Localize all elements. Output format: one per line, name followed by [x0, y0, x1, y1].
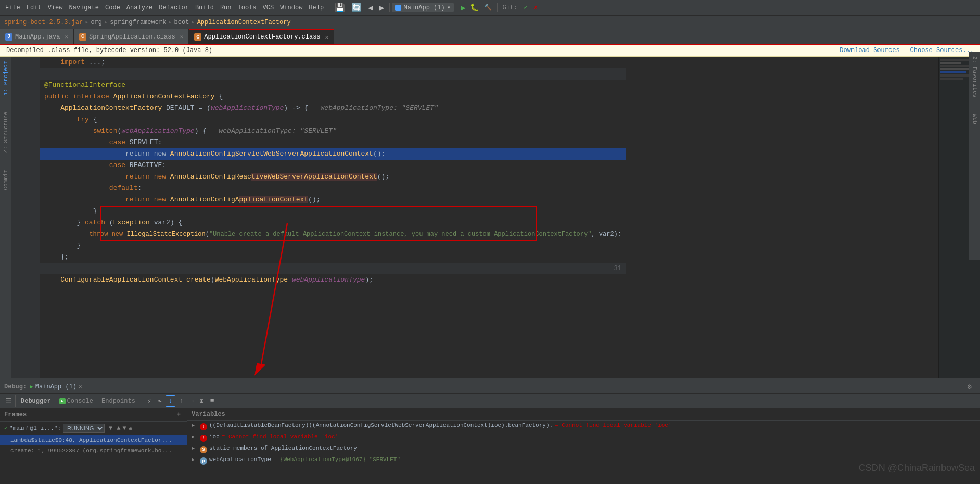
debug-step-out-btn[interactable]: ↑	[176, 396, 186, 406]
tab-springapplication[interactable]: C SpringApplication.class ✕	[74, 29, 189, 44]
app-selector[interactable]: MainApp (1) ▾	[392, 3, 453, 12]
menu-view[interactable]: View	[45, 3, 66, 12]
line-content-19: switch(webApplicationType) { webApplicat…	[40, 125, 341, 137]
toolbar-separator-1	[329, 3, 329, 12]
menu-run[interactable]: Run	[217, 3, 235, 12]
breadcrumb-org[interactable]: org	[91, 19, 102, 26]
menu-window[interactable]: Window	[277, 3, 306, 12]
run-button[interactable]: ▶	[459, 2, 468, 14]
menu-analyze[interactable]: Analyze	[123, 3, 156, 12]
debugger-tab[interactable]: Debugger	[17, 397, 55, 406]
line-content-32: ConfigurableApplicationContext create(We…	[40, 274, 377, 286]
minimap-highlighted-line	[940, 71, 966, 73]
menu-vcs[interactable]: VCS	[260, 3, 277, 12]
tab-close-spring[interactable]: ✕	[180, 33, 184, 40]
endpoints-tab[interactable]: Endpoints	[97, 397, 139, 406]
line-content-17: ApplicationContextFactory DEFAULT = (web…	[40, 103, 442, 114]
debug-button[interactable]: 🐛	[468, 2, 481, 13]
debug-panel-toggle[interactable]: ☰	[2, 395, 16, 407]
code-table: 8 import ...; 15 @FunctionalInterface 16	[11, 57, 938, 286]
favorites-panel-button[interactable]: 2: Favorites	[971, 54, 979, 99]
code-line-20: 20 case SERVLET:	[11, 137, 626, 148]
debug-session-name: MainApp (1)	[35, 383, 77, 390]
debug-step-into-btn[interactable]: ↓	[166, 395, 176, 407]
choose-sources-link[interactable]: Choose Sources...	[910, 47, 974, 54]
debug-run-to-cursor-btn[interactable]: →	[187, 396, 196, 406]
forward-button[interactable]: ▶	[376, 2, 388, 14]
tab-close-acf[interactable]: ✕	[325, 34, 329, 41]
git-cross-button[interactable]: ✗	[531, 3, 541, 12]
sync-button[interactable]: 🔄	[348, 2, 365, 14]
var-expand-2: ▶	[192, 434, 198, 440]
notification-bar: Decompiled .class file, bytecode version…	[0, 45, 980, 57]
frames-panel: Frames + ✓ "main"@1 i...": RUNNING ▼ ▲ ▼…	[0, 409, 187, 482]
app-dropdown-icon: ▾	[447, 4, 451, 11]
console-tab[interactable]: ▶ Console	[56, 397, 96, 406]
var-expand-3: ▶	[192, 445, 198, 451]
debug-label: Debug:	[4, 383, 27, 390]
frame-item-main[interactable]: ✓ "main"@1 i...": RUNNING ▼ ▲ ▼ ⊞	[0, 422, 187, 435]
tab-close-mainapp[interactable]: ✕	[65, 33, 68, 40]
menu-code[interactable]: Code	[102, 3, 123, 12]
code-scroll-area[interactable]: 8 import ...; 15 @FunctionalInterface 16	[11, 57, 938, 378]
tab-label-spring: SpringApplication.class	[89, 33, 175, 41]
gutter-31: 31	[11, 263, 626, 274]
back-button[interactable]: ◀	[365, 2, 376, 14]
save-all-button[interactable]: 💾	[332, 2, 348, 14]
frames-add-btn[interactable]: +	[175, 411, 183, 419]
debug-resume-btn[interactable]: ⚡	[145, 396, 154, 407]
frame-filter-btn[interactable]: ⊞	[129, 425, 132, 432]
code-line-27: 27 } catch (Exception var2) {	[11, 217, 626, 228]
code-line-29: 29 }	[11, 240, 626, 251]
breadcrumb-sep-4: ▸	[191, 18, 195, 26]
debug-settings-gear[interactable]: ⚙	[963, 382, 976, 391]
debug-step-over-btn[interactable]: ↷	[155, 396, 164, 407]
toolbar-separator-3	[456, 3, 456, 12]
download-sources-link[interactable]: Download Sources	[839, 47, 899, 54]
highlight-reactive: tiveWebServerApplicationContext	[251, 173, 377, 181]
project-panel-button[interactable]: 1: Project	[2, 59, 10, 97]
tab-appcontextfactory[interactable]: C ApplicationContextFactory.class ✕	[189, 29, 334, 44]
menu-help[interactable]: Help	[306, 3, 327, 12]
web-panel-button[interactable]: Web	[971, 112, 979, 126]
frame-up-btn[interactable]: ▲	[117, 425, 120, 432]
frame-status-running: ✓	[4, 425, 7, 431]
menu-edit[interactable]: Edit	[23, 3, 45, 12]
frame-thread-selector[interactable]: RUNNING	[63, 424, 105, 433]
frame-item-lambda[interactable]: lambda$static$0:48, ApplicationContextFa…	[0, 435, 187, 445]
line-content-28: throw new IllegalStateException("Unable …	[40, 228, 626, 240]
var-item-static[interactable]: ▶ S static members of ApplicationContext…	[187, 443, 980, 455]
menu-refactor[interactable]: Refactor	[156, 3, 192, 12]
var-expand-1: ▶	[192, 422, 198, 428]
git-label: Git:	[500, 3, 521, 12]
frame-expand-btn[interactable]: ▼	[107, 424, 114, 432]
code-line-15: 15 @FunctionalInterface	[11, 80, 626, 91]
build-button[interactable]: 🔨	[481, 3, 495, 12]
menu-file[interactable]: File	[2, 3, 23, 12]
debug-watches-btn[interactable]: ≡	[208, 396, 217, 406]
debug-evaluate-btn[interactable]: ⊞	[197, 396, 207, 407]
var-item-ioc[interactable]: ▶ ! ioc = Cannot find local variable 'io…	[187, 432, 980, 443]
line-content-26: }	[40, 206, 101, 217]
frame-down-btn[interactable]: ▼	[122, 425, 126, 432]
commit-panel-button[interactable]: Commit	[2, 168, 10, 193]
menu-build[interactable]: Build	[192, 3, 217, 12]
breadcrumb-springframework[interactable]: springframework	[110, 19, 166, 26]
var-expand-4: ▶	[192, 456, 198, 463]
tab-mainapp[interactable]: J MainApp.java ✕	[0, 29, 74, 44]
notification-text: Decompiled .class file, bytecode version…	[6, 47, 212, 54]
structure-panel-button[interactable]: Z: Structure	[2, 110, 10, 155]
breadcrumb-jar[interactable]: spring-boot-2.5.3.jar	[4, 19, 83, 26]
git-check-button[interactable]: ✓	[520, 3, 530, 12]
var-item-beanfactory[interactable]: ▶ ! ((DefaultListableBeanFactory)((Annot…	[187, 421, 980, 432]
breadcrumb-boot[interactable]: boot	[174, 19, 189, 26]
menu-tools[interactable]: Tools	[235, 3, 260, 12]
breadcrumb-class[interactable]: ApplicationContextFactory	[197, 19, 291, 26]
code-line-25: 25 return new AnnotationConfigApplicatio…	[11, 194, 626, 206]
app-name-label: MainApp (1)	[403, 4, 444, 11]
frame-item-create[interactable]: create:-1, 999522307 (org.springframewor…	[0, 445, 187, 456]
menu-navigate[interactable]: Navigate	[66, 3, 102, 12]
var-icon-error-1: !	[200, 423, 207, 430]
debug-session-close[interactable]: ✕	[79, 383, 82, 390]
line-content-20: case SERVLET:	[40, 137, 166, 148]
